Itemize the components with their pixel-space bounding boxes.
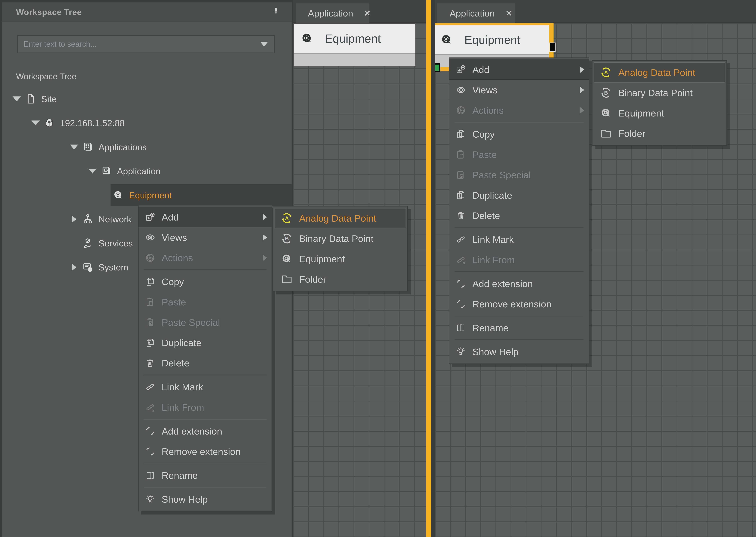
menu-item-rename[interactable]: Rename: [138, 465, 272, 485]
context-menu-left: AddViewsActionsCopyPastePaste SpecialDup…: [138, 205, 272, 512]
tree-item-application[interactable]: Application: [2, 159, 292, 183]
menu-item-views[interactable]: Views: [138, 227, 272, 248]
menu-item-label: Actions: [472, 105, 504, 116]
menu-item-link-mark[interactable]: Link Mark: [449, 229, 589, 250]
submenu-item-binary-data-point[interactable]: BBinary Data Point: [275, 228, 406, 249]
expand-arrow-icon[interactable]: [11, 97, 23, 102]
search-dropdown-icon[interactable]: [260, 42, 268, 46]
tree-item-label: Site: [41, 94, 57, 104]
menu-item-remove-extension[interactable]: Remove extension: [449, 294, 589, 314]
extension-icon: [138, 426, 162, 436]
actions-icon: [449, 105, 472, 115]
menu-item-label: Link From: [162, 402, 204, 413]
menu-item-label: Views: [472, 85, 498, 96]
resize-handle-right[interactable]: [549, 43, 555, 52]
collapse-arrow-icon[interactable]: [68, 215, 80, 223]
menu-item-link-from: Link From: [138, 397, 272, 417]
svg-text:B: B: [604, 90, 608, 96]
equipment-widget-middle[interactable]: Equipment: [294, 24, 415, 66]
pane-border: [431, 0, 435, 537]
copy-icon: [449, 129, 472, 139]
tree-item-applications[interactable]: Applications: [2, 135, 292, 159]
menu-item-duplicate[interactable]: Duplicate: [138, 333, 272, 353]
tab-application-middle[interactable]: Application ✕: [296, 3, 369, 23]
submenu-item-analog-data-point[interactable]: AAnalog Data Point: [275, 208, 406, 228]
menu-item-show-help[interactable]: Show Help: [138, 489, 272, 510]
gear-bolt-icon: [301, 32, 314, 45]
submenu-arrow-icon: [580, 107, 584, 114]
submenu-item-label: Folder: [299, 274, 326, 285]
tab-close-icon[interactable]: ✕: [364, 9, 371, 18]
submenu-item-analog-data-point[interactable]: AAnalog Data Point: [594, 62, 725, 83]
tab-close-icon[interactable]: ✕: [506, 9, 512, 18]
link-from-icon: [138, 402, 162, 412]
menu-separator: [455, 227, 584, 228]
menu-item-show-help[interactable]: Show Help: [449, 342, 589, 362]
menu-item-label: Duplicate: [162, 337, 202, 348]
menu-item-copy[interactable]: Copy: [138, 271, 272, 292]
expand-arrow-icon[interactable]: [68, 145, 80, 149]
menu-item-copy[interactable]: Copy: [449, 124, 589, 145]
search-input[interactable]: [23, 39, 260, 49]
tree-item-content[interactable]: Equipment: [111, 184, 292, 206]
tree-item-content[interactable]: Applications: [80, 136, 292, 158]
widget-title: Equipment: [325, 32, 381, 45]
menu-item-label: Remove extension: [162, 446, 241, 457]
views-icon: [138, 232, 162, 242]
tree-item-content[interactable]: Site: [23, 88, 292, 110]
submenu-arrow-icon: [580, 66, 584, 73]
tab-label: Application: [450, 8, 495, 19]
menu-separator: [144, 269, 266, 270]
paste-special-icon: [449, 170, 472, 180]
analog-icon: A: [594, 66, 618, 78]
submenu-item-binary-data-point[interactable]: BBinary Data Point: [594, 83, 725, 103]
tree-item-content[interactable]: Application: [98, 160, 292, 182]
extension-icon: [449, 279, 472, 289]
menu-item-delete[interactable]: Delete: [449, 205, 589, 226]
menu-item-rename[interactable]: Rename: [449, 318, 589, 338]
folder-icon: [594, 127, 618, 140]
menu-separator: [455, 271, 584, 272]
application-window: Workspace Tree Workspace Tree Site192.16…: [0, 0, 756, 537]
menu-item-add-extension[interactable]: Add extension: [138, 421, 272, 441]
menu-separator: [144, 487, 266, 488]
menu-item-label: Actions: [162, 252, 193, 263]
expand-arrow-icon[interactable]: [87, 169, 98, 174]
tree-item-content[interactable]: 192.168.1.52:88: [42, 112, 292, 134]
svg-text:B: B: [285, 236, 289, 241]
menu-item-remove-extension[interactable]: Remove extension: [138, 441, 272, 462]
submenu-item-equipment[interactable]: Equipment: [594, 103, 725, 123]
tree-item-label: Application: [117, 166, 161, 176]
menu-item-add[interactable]: Add: [449, 60, 589, 80]
menu-item-link-mark[interactable]: Link Mark: [138, 377, 272, 397]
menu-item-add-extension[interactable]: Add extension: [449, 273, 589, 294]
panel-title: Workspace Tree: [16, 7, 82, 17]
link-from-icon: [449, 255, 472, 265]
tree-item-192-168-1-52-88[interactable]: 192.168.1.52:88: [2, 111, 292, 135]
collapse-arrow-icon[interactable]: [68, 264, 80, 271]
paste-icon: [449, 149, 472, 160]
tree-item-label: Services: [98, 238, 133, 248]
menu-item-add[interactable]: Add: [138, 207, 272, 227]
expand-arrow-icon[interactable]: [29, 120, 42, 125]
submenu-item-folder[interactable]: Folder: [275, 269, 406, 289]
menu-item-duplicate[interactable]: Duplicate: [449, 185, 589, 205]
system-icon: [82, 262, 93, 273]
tree-item-label: 192.168.1.52:88: [60, 118, 125, 128]
menu-item-delete[interactable]: Delete: [138, 353, 272, 373]
delete-icon: [449, 211, 472, 221]
pin-icon[interactable]: [270, 7, 281, 18]
views-icon: [449, 85, 472, 95]
menu-item-views[interactable]: Views: [449, 80, 589, 100]
submenu-item-equipment[interactable]: Equipment: [275, 249, 406, 269]
tab-application-right[interactable]: Application ✕: [437, 3, 515, 23]
tree-item-site[interactable]: Site: [2, 87, 292, 111]
widget-title: Equipment: [464, 33, 520, 47]
tree-item-equipment[interactable]: Equipment: [2, 183, 292, 207]
add-submenu-left: AAnalog Data PointBBinary Data PointEqui…: [273, 206, 408, 291]
submenu-item-folder[interactable]: Folder: [594, 123, 725, 144]
menu-item-actions: Actions: [138, 248, 272, 268]
workspace-tree-header: Workspace Tree: [2, 2, 292, 22]
widget-footer: [294, 53, 415, 66]
pane-splitter[interactable]: [426, 0, 431, 537]
